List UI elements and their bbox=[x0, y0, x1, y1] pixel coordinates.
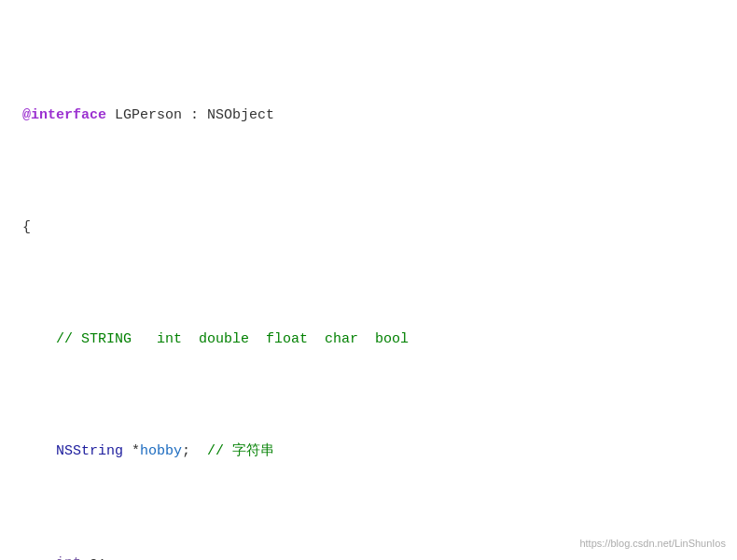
code-line-5: int a; bbox=[19, 553, 718, 560]
code-line-4: NSString *hobby; // 字符串 bbox=[19, 441, 718, 463]
code-line-1: @interface LGPerson : NSObject bbox=[19, 105, 718, 127]
code-line-2: { bbox=[19, 217, 718, 239]
code-block: @interface LGPerson : NSObject { // STRI… bbox=[19, 15, 718, 560]
comment-types: // STRING int double float char bool bbox=[22, 331, 409, 347]
code-line-3: // STRING int double float char bool bbox=[19, 329, 718, 351]
keyword-interface: @interface bbox=[22, 107, 106, 123]
watermark: https://blog.csdn.net/LinShunIos bbox=[579, 536, 726, 553]
code-container: @interface LGPerson : NSObject { // STRI… bbox=[0, 0, 737, 560]
